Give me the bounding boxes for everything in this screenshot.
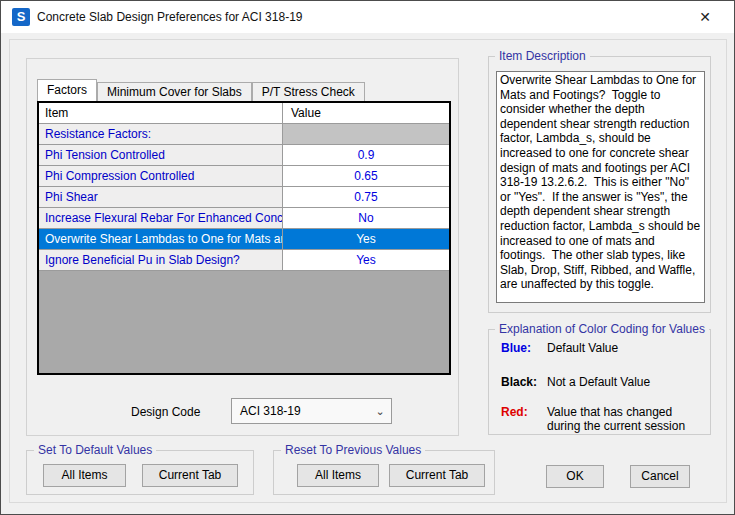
- table-row[interactable]: Phi Tension Controlled 0.9: [39, 145, 449, 166]
- black-description: Not a Default Value: [547, 375, 703, 389]
- table-row[interactable]: Resistance Factors:: [39, 124, 449, 145]
- table-row[interactable]: Phi Shear 0.75: [39, 187, 449, 208]
- preferences-dialog: S Concrete Slab Design Preferences for A…: [0, 0, 735, 515]
- table-row[interactable]: Phi Compression Controlled 0.65: [39, 166, 449, 187]
- design-code-dropdown[interactable]: ACI 318-19 ⌄: [231, 398, 392, 424]
- blue-description: Default Value: [547, 341, 703, 355]
- color-coding-title: Explanation of Color Coding for Values: [495, 322, 709, 336]
- row-item-label[interactable]: Phi Shear: [39, 187, 283, 208]
- column-header-item: Item: [39, 103, 283, 124]
- row-item-label[interactable]: Ignore Beneficial Pu in Slab Design?: [39, 250, 283, 271]
- row-value-cell[interactable]: No: [283, 208, 449, 229]
- chevron-down-icon: ⌄: [369, 405, 391, 418]
- design-code-label: Design Code: [131, 405, 200, 419]
- table-empty-area: [39, 271, 449, 373]
- table-row-selected[interactable]: Overwrite Shear Lambdas to One for Mats …: [39, 229, 449, 250]
- window-title: Concrete Slab Design Preferences for ACI…: [37, 1, 302, 33]
- row-item-label[interactable]: Phi Compression Controlled: [39, 166, 283, 187]
- color-coding-entry-red: Red: Value that has changed during the c…: [501, 405, 703, 433]
- red-description: Value that has changed during the curren…: [547, 405, 703, 433]
- row-item-label[interactable]: Resistance Factors:: [39, 124, 283, 145]
- row-value-cell[interactable]: Yes: [283, 250, 449, 271]
- app-icon: S: [12, 8, 30, 26]
- table-row[interactable]: Ignore Beneficial Pu in Slab Design? Yes: [39, 250, 449, 271]
- design-code-value: ACI 318-19: [232, 404, 369, 418]
- close-icon[interactable]: ✕: [690, 1, 720, 33]
- preferences-table: Item Value Resistance Factors: Phi Tensi…: [37, 101, 451, 375]
- reset-previous-title: Reset To Previous Values: [281, 443, 425, 457]
- cancel-button[interactable]: Cancel: [630, 465, 690, 488]
- blue-key-label: Blue:: [501, 341, 547, 355]
- set-default-current-tab-button[interactable]: Current Tab: [142, 464, 238, 487]
- set-default-all-items-button[interactable]: All Items: [43, 464, 126, 487]
- black-key-label: Black:: [501, 375, 547, 389]
- table-header-row: Item Value: [39, 103, 449, 124]
- ok-button[interactable]: OK: [546, 465, 604, 488]
- reset-all-items-button[interactable]: All Items: [297, 464, 379, 487]
- tab-minimum-cover-for-slabs[interactable]: Minimum Cover for Slabs: [97, 82, 252, 101]
- tab-pt-stress-check[interactable]: P/T Stress Check: [252, 82, 365, 101]
- row-item-label[interactable]: Overwrite Shear Lambdas to One for Mats …: [39, 229, 283, 250]
- reset-current-tab-button[interactable]: Current Tab: [389, 464, 485, 487]
- color-coding-entry-black: Black: Not a Default Value: [501, 375, 703, 389]
- row-value-cell[interactable]: [283, 124, 449, 145]
- item-description-title: Item Description: [495, 49, 590, 63]
- tab-strip: Factors Minimum Cover for Slabs P/T Stre…: [37, 79, 365, 101]
- row-item-label[interactable]: Phi Tension Controlled: [39, 145, 283, 166]
- item-description-text[interactable]: Overwrite Shear Lambdas to One for Mats …: [496, 71, 705, 303]
- title-bar[interactable]: S Concrete Slab Design Preferences for A…: [1, 1, 734, 33]
- row-item-label[interactable]: Increase Flexural Rebar For Enhanced Con…: [39, 208, 283, 229]
- table-row[interactable]: Increase Flexural Rebar For Enhanced Con…: [39, 208, 449, 229]
- row-value-cell[interactable]: Yes: [283, 229, 449, 250]
- color-coding-entry-blue: Blue: Default Value: [501, 341, 703, 355]
- row-value-cell[interactable]: 0.9: [283, 145, 449, 166]
- row-value-cell[interactable]: 0.65: [283, 166, 449, 187]
- red-key-label: Red:: [501, 405, 547, 433]
- row-value-cell[interactable]: 0.75: [283, 187, 449, 208]
- set-default-title: Set To Default Values: [34, 443, 156, 457]
- tab-factors[interactable]: Factors: [37, 79, 97, 101]
- column-header-value: Value: [283, 103, 449, 124]
